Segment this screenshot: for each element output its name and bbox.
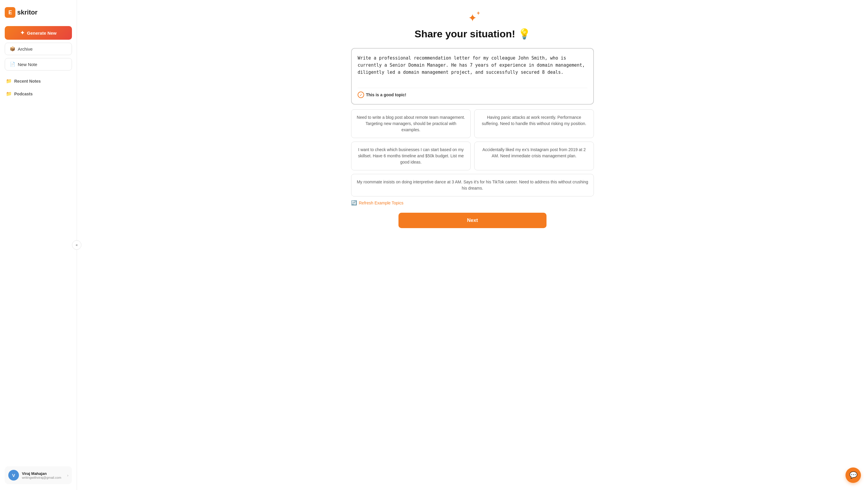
new-note-icon: 📄	[10, 62, 16, 67]
example-card-1[interactable]: Need to write a blog post about remote t…	[351, 109, 471, 138]
example-card-4[interactable]: Accidentally liked my ex's Instagram pos…	[474, 142, 594, 170]
refresh-topics-button[interactable]: 🔄 Refresh Example Topics	[351, 200, 594, 206]
user-name: Viraj Mahajan	[22, 471, 64, 476]
recent-notes-label: Recent Notes	[14, 79, 40, 84]
check-circle-icon: ✓	[358, 91, 364, 98]
generate-new-button[interactable]: ✦ Generate New	[5, 26, 72, 40]
user-email: writingwithviraj@gmail.com	[22, 476, 64, 479]
situation-textarea[interactable]	[358, 55, 587, 83]
logo-area: E skritor	[5, 6, 72, 19]
archive-icon: 📦	[10, 46, 16, 52]
star-icon: ✦	[20, 30, 25, 36]
user-info: Viraj Mahajan writingwithviraj@gmail.com	[22, 471, 64, 479]
main-content: ✦ Share your situation! 💡 ✓ This is a go…	[77, 0, 868, 490]
good-topic-text: This is a good topic!	[366, 92, 406, 97]
sidebar: E skritor ✦ Generate New 📦 Archive 📄 New…	[0, 0, 77, 490]
user-profile[interactable]: V Viraj Mahajan writingwithviraj@gmail.c…	[5, 466, 72, 484]
refresh-label: Refresh Example Topics	[359, 201, 404, 205]
profile-chevron-icon: ›	[67, 473, 68, 478]
support-icon: 💬	[849, 471, 857, 479]
example-card-3[interactable]: I want to check which businesses I can s…	[351, 142, 471, 170]
avatar: V	[8, 470, 19, 481]
archive-label: Archive	[18, 47, 33, 52]
example-topics-grid: Need to write a blog post about remote t…	[351, 109, 594, 196]
podcasts-section: 📁 Podcasts	[6, 91, 72, 96]
podcasts-label: Podcasts	[14, 91, 33, 96]
recent-notes-section: 📁 Recent Notes	[6, 78, 72, 84]
podcast-folder-icon: 📁	[6, 91, 12, 96]
archive-button[interactable]: 📦 Archive	[5, 43, 72, 55]
collapse-icon: «	[76, 243, 78, 247]
logo-text: skritor	[17, 8, 37, 16]
logo-icon: E	[5, 7, 16, 18]
sparkle-icon: ✦	[468, 12, 477, 24]
new-note-label: New Note	[18, 62, 37, 67]
support-button[interactable]: 💬	[845, 467, 861, 483]
good-topic-badge: ✓ This is a good topic!	[358, 88, 587, 98]
collapse-sidebar-button[interactable]: «	[72, 240, 82, 250]
folder-icon: 📁	[6, 78, 12, 84]
refresh-icon: 🔄	[351, 200, 357, 206]
next-button[interactable]: Next	[399, 213, 547, 228]
page-title: Share your situation! 💡	[414, 28, 530, 40]
generate-new-label: Generate New	[27, 30, 57, 35]
situation-input-wrapper: ✓ This is a good topic!	[351, 48, 594, 105]
example-card-2[interactable]: Having panic attacks at work recently. P…	[474, 109, 594, 138]
example-card-5[interactable]: My roommate insists on doing interpretiv…	[351, 174, 594, 196]
new-note-button[interactable]: 📄 New Note	[5, 58, 72, 70]
